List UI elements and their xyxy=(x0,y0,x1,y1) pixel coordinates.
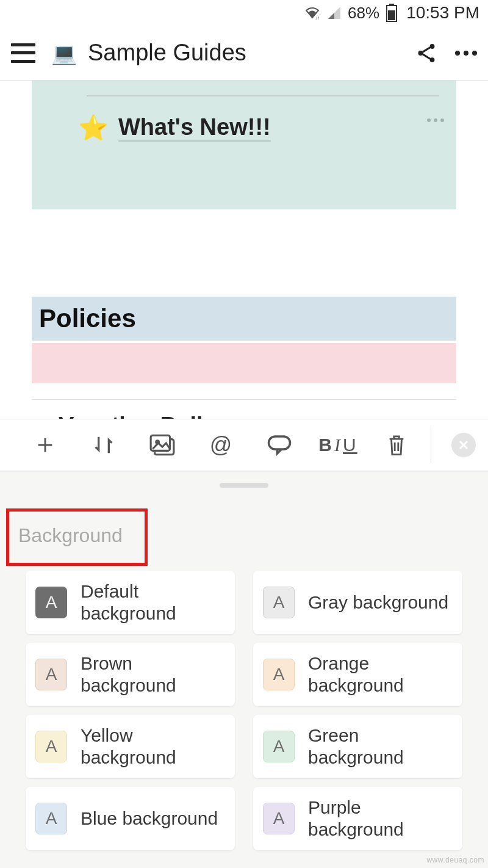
swatch-icon: A xyxy=(263,587,295,618)
menu-icon[interactable] xyxy=(11,43,35,63)
mention-button[interactable]: @ xyxy=(192,419,250,471)
wifi-icon: ↓↑ xyxy=(304,5,321,20)
option-label: Gray background xyxy=(308,591,448,613)
option-label: Purple background xyxy=(308,797,453,841)
block-more-icon[interactable] xyxy=(427,118,444,122)
bg-option-green[interactable]: AGreen background xyxy=(253,715,462,778)
bg-option-default[interactable]: ADefault background xyxy=(26,571,235,634)
bg-option-blue[interactable]: ABlue background xyxy=(26,787,235,850)
bg-option-purple[interactable]: APurple background xyxy=(253,787,462,850)
swatch-icon: A xyxy=(263,731,295,762)
option-label: Yellow background xyxy=(81,725,225,769)
battery-percent: 68% xyxy=(348,4,379,23)
highlighted-block[interactable] xyxy=(32,343,456,383)
page-content: ⭐ What's New!!! Policies Vacation Policy xyxy=(0,81,488,434)
swatch-icon: A xyxy=(263,803,295,834)
svg-rect-3 xyxy=(388,10,395,20)
watermark: www.deuaq.com xyxy=(426,856,484,864)
format-button[interactable]: BIU xyxy=(309,419,367,471)
swatch-icon: A xyxy=(35,731,67,762)
annotation-highlight xyxy=(6,508,148,566)
svg-rect-10 xyxy=(269,436,290,449)
policies-heading[interactable]: Policies xyxy=(32,297,456,341)
bg-option-gray[interactable]: AGray background xyxy=(253,571,462,634)
image-button[interactable] xyxy=(133,419,192,471)
editor-toolbar: @ BIU xyxy=(0,419,488,471)
status-bar: ↓↑ 68% 10:53 PM xyxy=(0,0,488,26)
bg-option-yellow[interactable]: AYellow background xyxy=(26,715,235,778)
delete-button[interactable] xyxy=(367,419,426,471)
signal-icon xyxy=(327,5,342,20)
callout-block[interactable]: ⭐ What's New!!! xyxy=(32,81,456,209)
bg-option-orange[interactable]: AOrange background xyxy=(253,643,462,706)
close-button[interactable] xyxy=(451,433,476,457)
whats-new-link[interactable]: What's New!!! xyxy=(118,114,271,142)
battery-icon xyxy=(386,4,398,22)
swatch-icon: A xyxy=(35,587,67,618)
bg-option-brown[interactable]: ABrown background xyxy=(26,643,235,706)
option-label: Blue background xyxy=(81,808,218,830)
more-icon[interactable] xyxy=(455,51,477,56)
comment-button[interactable] xyxy=(250,419,309,471)
option-label: Green background xyxy=(308,725,453,769)
list-item[interactable]: ⭐ What's New!!! xyxy=(32,114,456,142)
star-icon: ⭐ xyxy=(78,114,109,142)
option-label: Orange background xyxy=(308,653,453,696)
app-header: 💻 Sample Guides xyxy=(0,26,488,81)
move-button[interactable] xyxy=(74,419,133,471)
option-label: Default background xyxy=(81,580,225,624)
partial-line xyxy=(87,89,439,96)
drag-handle[interactable] xyxy=(220,483,268,488)
option-label: Brown background xyxy=(81,653,225,696)
biu-icon: BIU xyxy=(318,435,357,455)
add-button[interactable] xyxy=(16,419,74,471)
share-icon[interactable] xyxy=(415,42,438,65)
svg-text:↓↑: ↓↑ xyxy=(315,15,320,20)
background-options: ADefault backgroundAGray backgroundABrow… xyxy=(26,571,462,850)
page-title: Sample Guides xyxy=(88,40,415,66)
swatch-icon: A xyxy=(35,659,67,690)
swatch-icon: A xyxy=(35,803,67,834)
background-panel: Background ADefault backgroundAGray back… xyxy=(0,471,488,868)
laptop-icon: 💻 xyxy=(51,41,77,65)
clock-time: 10:53 PM xyxy=(406,3,479,23)
swatch-icon: A xyxy=(263,659,295,690)
